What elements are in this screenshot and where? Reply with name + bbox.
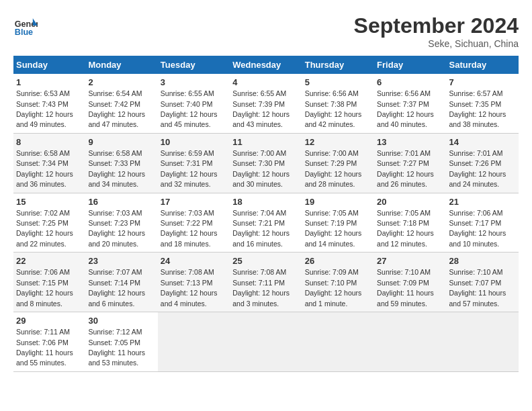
daylight-label: Daylight: 12 hours and 38 minutes. [449,110,506,128]
table-cell: 14Sunrise: 7:01 AMSunset: 7:26 PMDayligh… [447,133,519,193]
daylight-label: Daylight: 12 hours and 30 minutes. [232,170,290,188]
sunrise-info: Sunrise: 7:01 AM [377,149,431,157]
daylight-label: Daylight: 12 hours and 20 minutes. [88,229,145,247]
sunrise-info: Sunrise: 7:02 AM [16,209,70,217]
day-number: 2 [88,77,154,89]
sunrise-info: Sunrise: 7:09 AM [305,268,359,276]
sunset-info: Sunset: 7:34 PM [16,159,69,167]
sunrise-info: Sunrise: 7:12 AM [88,328,142,336]
sunset-info: Sunset: 7:07 PM [449,279,502,287]
day-number: 29 [16,315,83,327]
sunset-info: Sunset: 7:10 PM [305,279,357,287]
sunset-info: Sunset: 7:31 PM [161,159,213,167]
daylight-label: Daylight: 12 hours and 40 minutes. [377,110,434,128]
sunset-info: Sunset: 7:15 PM [16,279,69,287]
table-cell: 6Sunrise: 6:56 AMSunset: 7:37 PMDaylight… [374,74,446,133]
table-cell: 4Sunrise: 6:55 AMSunset: 7:39 PMDaylight… [230,74,302,133]
day-number: 25 [232,255,299,267]
sunrise-info: Sunrise: 6:56 AM [377,89,431,97]
day-number: 4 [232,77,299,89]
daylight-label: Daylight: 12 hours and 4 minutes. [161,289,218,307]
table-cell: 26Sunrise: 7:09 AMSunset: 7:10 PMDayligh… [302,253,374,312]
daylight-label: Daylight: 12 hours and 10 minutes. [449,229,506,247]
calendar-table: Sunday Monday Tuesday Wednesday Thursday… [13,56,519,372]
sunset-info: Sunset: 7:23 PM [88,219,140,227]
sunset-info: Sunset: 7:17 PM [449,219,502,227]
header-row: Sunday Monday Tuesday Wednesday Thursday… [13,56,519,74]
day-number: 11 [232,136,299,148]
day-number: 18 [232,196,299,208]
sunset-info: Sunset: 7:35 PM [449,100,502,108]
table-cell: 1Sunrise: 6:53 AMSunset: 7:43 PMDaylight… [13,74,85,133]
table-cell: 23Sunrise: 7:07 AMSunset: 7:14 PMDayligh… [85,253,157,312]
day-number: 14 [449,136,516,148]
sunrise-info: Sunrise: 7:03 AM [161,209,214,217]
table-row: 1Sunrise: 6:53 AMSunset: 7:43 PMDaylight… [13,74,519,133]
sunset-info: Sunset: 7:30 PM [232,159,285,167]
col-thursday: Thursday [302,56,374,74]
table-cell [158,312,230,372]
day-number: 10 [161,136,227,148]
sunset-info: Sunset: 7:18 PM [377,219,429,227]
day-number: 28 [449,255,516,267]
sunrise-info: Sunrise: 7:10 AM [377,268,431,276]
sunrise-info: Sunrise: 6:57 AM [449,89,503,97]
daylight-label: Daylight: 12 hours and 22 minutes. [16,229,73,247]
sunrise-info: Sunrise: 7:11 AM [16,328,70,336]
sunrise-info: Sunrise: 7:00 AM [232,149,286,157]
daylight-label: Daylight: 12 hours and 49 minutes. [16,110,73,128]
table-cell: 30Sunrise: 7:12 AMSunset: 7:05 PMDayligh… [85,312,157,372]
table-cell: 2Sunrise: 6:54 AMSunset: 7:42 PMDaylight… [85,74,157,133]
sunrise-info: Sunrise: 6:55 AM [161,89,214,97]
daylight-label: Daylight: 11 hours and 55 minutes. [16,349,73,367]
daylight-label: Daylight: 11 hours and 53 minutes. [88,349,145,367]
daylight-label: Daylight: 12 hours and 24 minutes. [449,170,506,188]
table-cell: 27Sunrise: 7:10 AMSunset: 7:09 PMDayligh… [374,253,446,312]
sunset-info: Sunset: 7:09 PM [377,279,429,287]
daylight-label: Daylight: 12 hours and 3 minutes. [232,289,290,307]
col-tuesday: Tuesday [158,56,230,74]
table-cell: 11Sunrise: 7:00 AMSunset: 7:30 PMDayligh… [230,133,302,193]
daylight-label: Daylight: 12 hours and 47 minutes. [88,110,145,128]
day-number: 3 [161,77,227,89]
sunset-info: Sunset: 7:05 PM [88,338,140,347]
col-wednesday: Wednesday [230,56,302,74]
day-number: 12 [305,136,371,148]
day-number: 21 [449,196,516,208]
sunrise-info: Sunrise: 7:05 AM [377,209,431,217]
sunrise-info: Sunrise: 7:08 AM [161,268,214,276]
sunset-info: Sunset: 7:26 PM [449,159,502,167]
sunset-info: Sunset: 7:40 PM [161,100,213,108]
sunrise-info: Sunrise: 7:01 AM [449,149,503,157]
month-title: September 2024 [354,13,519,38]
daylight-label: Daylight: 12 hours and 32 minutes. [161,170,218,188]
sunset-info: Sunset: 7:39 PM [232,100,285,108]
sunrise-info: Sunrise: 6:59 AM [161,149,214,157]
table-cell [374,312,446,372]
table-cell: 7Sunrise: 6:57 AMSunset: 7:35 PMDaylight… [447,74,519,133]
day-number: 24 [161,255,227,267]
daylight-label: Daylight: 11 hours and 59 minutes. [377,289,434,307]
col-friday: Friday [374,56,446,74]
day-number: 6 [377,77,443,89]
sunrise-info: Sunrise: 6:55 AM [232,89,286,97]
table-cell: 5Sunrise: 6:56 AMSunset: 7:38 PMDaylight… [302,74,374,133]
table-cell: 10Sunrise: 6:59 AMSunset: 7:31 PMDayligh… [158,133,230,193]
table-cell: 28Sunrise: 7:10 AMSunset: 7:07 PMDayligh… [447,253,519,312]
table-cell [302,312,374,372]
sunset-info: Sunset: 7:38 PM [305,100,357,108]
daylight-label: Daylight: 12 hours and 12 minutes. [377,229,434,247]
day-number: 23 [88,255,154,267]
sunset-info: Sunset: 7:22 PM [161,219,213,227]
table-cell: 29Sunrise: 7:11 AMSunset: 7:06 PMDayligh… [13,312,85,372]
sunrise-info: Sunrise: 6:53 AM [16,89,70,97]
col-sunday: Sunday [13,56,85,74]
sunrise-info: Sunrise: 6:58 AM [88,149,142,157]
col-saturday: Saturday [447,56,519,74]
table-cell: 12Sunrise: 7:00 AMSunset: 7:29 PMDayligh… [302,133,374,193]
day-number: 7 [449,77,516,89]
sunrise-info: Sunrise: 6:58 AM [16,149,70,157]
table-cell [447,312,519,372]
table-cell: 8Sunrise: 6:58 AMSunset: 7:34 PMDaylight… [13,133,85,193]
daylight-label: Daylight: 12 hours and 36 minutes. [16,170,73,188]
